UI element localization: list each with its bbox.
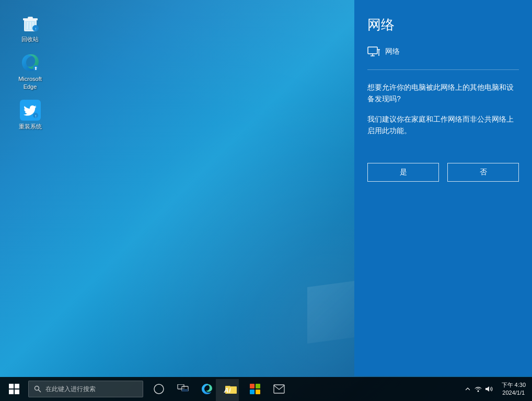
multi-desktop-icon	[177, 384, 189, 394]
reinstall-icon: ↑	[20, 100, 41, 121]
svg-text:↑: ↑	[34, 27, 37, 31]
clock-date: 2024/1/1	[502, 389, 526, 397]
panel-buttons: 是 否	[367, 163, 519, 182]
recycle-bin-icon: ↑	[20, 13, 41, 33]
yes-button[interactable]: 是	[367, 163, 439, 182]
svg-rect-21	[15, 384, 19, 388]
ai-label: Ai	[224, 386, 231, 394]
svg-rect-23	[15, 390, 19, 394]
start-button[interactable]	[2, 377, 26, 401]
desktop-icons: ↑ 回收站	[10, 10, 50, 132]
edge-taskbar-icon	[201, 383, 213, 395]
taskbar-right: 下午 4:30 2024/1/1	[459, 381, 530, 397]
svg-rect-3	[28, 17, 33, 19]
network-item: 网络	[367, 46, 519, 57]
svg-rect-14	[368, 47, 377, 54]
start-icon	[9, 384, 19, 394]
mail-button[interactable]	[268, 378, 291, 400]
tray-volume-icon[interactable]	[484, 384, 493, 394]
desktop: ↑ 回收站	[0, 0, 532, 401]
recycle-bin-label: 回收站	[21, 36, 39, 43]
svg-marker-37	[485, 386, 489, 392]
svg-rect-20	[9, 384, 14, 388]
edge-icon: ⬆	[20, 52, 41, 73]
multi-desktop-button[interactable]	[171, 378, 194, 400]
no-button[interactable]: 否	[447, 163, 519, 182]
system-clock[interactable]: 下午 4:30 2024/1/1	[498, 381, 530, 397]
svg-rect-35	[274, 385, 284, 393]
svg-rect-29	[182, 389, 188, 392]
svg-rect-31	[250, 384, 255, 388]
svg-text:⬆: ⬆	[33, 66, 37, 71]
search-placeholder: 在此键入进行搜索	[45, 385, 96, 394]
svg-rect-34	[256, 390, 260, 394]
svg-point-26	[154, 384, 164, 394]
svg-line-25	[39, 390, 41, 393]
svg-rect-33	[250, 390, 255, 394]
search-bar[interactable]: 在此键入进行搜索	[28, 381, 143, 397]
reinstall-label: 重装系统	[19, 123, 42, 130]
svg-text:↑: ↑	[34, 114, 37, 119]
panel-question: 想要允许你的电脑被此网络上的其他电脑和设备发现吗?	[367, 81, 519, 105]
svg-rect-22	[9, 390, 14, 394]
edge-label: Microsoft Edge	[13, 75, 48, 90]
sys-tray	[459, 384, 498, 394]
svg-line-4	[27, 22, 28, 29]
tray-network-icon[interactable]	[473, 384, 483, 394]
desktop-icon-reinstall[interactable]: ↑ 重装系统	[10, 98, 50, 132]
panel-divider	[367, 69, 519, 70]
desktop-icon-recycle-bin[interactable]: ↑ 回收站	[10, 10, 50, 45]
network-panel: 网络 网络 想要允许你的电脑被此网络上的其他电脑和设备发现吗? 我们建议你在家庭…	[354, 0, 532, 376]
panel-title: 网络	[367, 16, 519, 34]
panel-suggestion: 我们建议你在家庭和工作网络而非公共网络上启用此功能。	[367, 113, 519, 137]
svg-point-36	[477, 391, 479, 392]
ai-badge[interactable]: Ai	[216, 379, 239, 401]
clock-time: 下午 4:30	[502, 381, 526, 389]
store-icon	[249, 383, 261, 395]
tray-chevron[interactable]	[463, 384, 472, 394]
mail-icon	[273, 384, 285, 394]
search-icon	[34, 385, 41, 393]
taskbar: 在此键入进行搜索	[0, 377, 532, 401]
desktop-icon-edge[interactable]: ⬆ Microsoft Edge	[10, 50, 50, 92]
network-label: 网络	[385, 47, 400, 56]
edge-taskbar-button[interactable]	[195, 378, 218, 400]
win-decoration	[307, 281, 360, 349]
svg-rect-32	[256, 384, 260, 388]
svg-point-24	[35, 386, 39, 391]
task-view-button[interactable]	[147, 378, 170, 400]
network-icon	[367, 46, 380, 57]
store-button[interactable]	[244, 378, 267, 400]
task-view-icon	[154, 384, 164, 394]
